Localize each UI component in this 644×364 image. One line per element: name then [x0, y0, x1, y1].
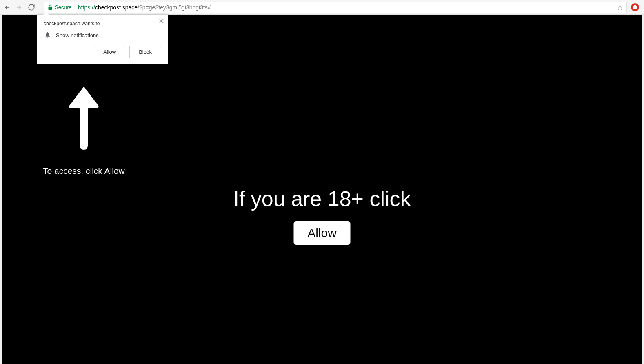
divider: |: [75, 4, 77, 11]
lock-icon: [48, 4, 53, 10]
secure-label: Secure: [55, 4, 71, 10]
popup-actions: Allow Block: [44, 46, 161, 58]
extension-badge[interactable]: [631, 3, 639, 11]
nav-buttons: [3, 4, 39, 11]
svg-rect-2: [49, 7, 52, 10]
url-scheme: https://: [78, 4, 95, 11]
bookmark-star-icon[interactable]: ☆: [617, 3, 623, 12]
reload-button[interactable]: [28, 4, 35, 11]
stop-icon: [633, 5, 637, 9]
address-bar[interactable]: Secure | https://checkpost.space/?p=ge3t…: [44, 2, 627, 13]
arrow-up-icon: [64, 84, 103, 152]
center-heading: If you are 18+ click: [233, 186, 411, 211]
center-block: If you are 18+ click Allow: [233, 186, 411, 245]
url-path: /?p=ge3tey3gmi5gi3bpgi3ts#: [138, 4, 211, 11]
popup-body: Show notifications: [44, 31, 161, 39]
page-allow-button[interactable]: Allow: [293, 221, 351, 245]
page-content: checkpost.space wants to Show notificati…: [2, 15, 642, 364]
popup-pointer: [43, 12, 49, 15]
back-button[interactable]: [3, 4, 11, 11]
popup-allow-button[interactable]: Allow: [94, 46, 125, 58]
forward-button[interactable]: [16, 4, 23, 11]
address-right: ☆: [617, 3, 623, 12]
popup-close-button[interactable]: [159, 18, 164, 24]
popup-body-text: Show notifications: [56, 32, 99, 38]
popup-block-button[interactable]: Block: [129, 46, 161, 58]
url-text: https://checkpost.space/?p=ge3tey3gmi5gi…: [78, 4, 211, 11]
bell-icon: [44, 31, 51, 39]
notification-permission-popup: checkpost.space wants to Show notificati…: [37, 15, 168, 64]
instruction-text: To access, click Allow: [43, 166, 125, 176]
browser-toolbar: Secure | https://checkpost.space/?p=ge3t…: [0, 0, 644, 15]
close-icon: [159, 19, 164, 23]
url-host: checkpost.space: [95, 4, 138, 11]
instruction-block: To access, click Allow: [43, 84, 125, 176]
popup-header: checkpost.space wants to: [44, 21, 161, 27]
svg-marker-3: [633, 5, 637, 9]
secure-indicator: Secure: [48, 4, 71, 10]
